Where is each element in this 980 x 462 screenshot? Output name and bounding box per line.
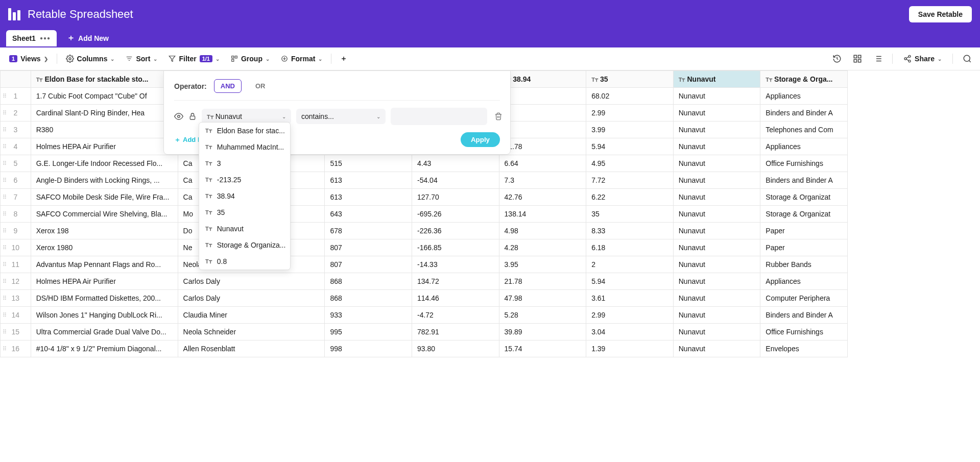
- table-row[interactable]: ⠿9Xerox 198Do678-226.364.988.33NunavutPa…: [1, 223, 848, 239]
- dropdown-option[interactable]: TᴛNunavut: [199, 221, 290, 237]
- cell[interactable]: Neola Schneider: [178, 324, 325, 341]
- cell[interactable]: G.E. Longer-Life Indoor Recessed Flo...: [31, 155, 178, 172]
- row-number[interactable]: ⠿7: [1, 189, 31, 206]
- add-column-button[interactable]: ＋: [336, 52, 351, 66]
- save-retable-button[interactable]: Save Retable: [909, 6, 972, 22]
- filter-value-input[interactable]: [391, 108, 487, 125]
- cell[interactable]: 7.3: [499, 172, 586, 189]
- table-row[interactable]: ⠿14Wilson Jones 1" Hanging DublLock Ri..…: [1, 307, 848, 324]
- cell[interactable]: [499, 105, 586, 121]
- cell[interactable]: 35: [586, 206, 674, 223]
- cell[interactable]: SAFCO Mobile Desk Side File, Wire Fra...: [31, 189, 178, 206]
- cell[interactable]: 4.28: [499, 239, 586, 256]
- apply-filter-button[interactable]: Apply: [461, 132, 500, 147]
- cell[interactable]: 807: [325, 256, 412, 273]
- drag-handle-icon[interactable]: ⠿: [3, 160, 6, 167]
- cell[interactable]: 5.28: [499, 307, 586, 324]
- cell[interactable]: 114.46: [412, 290, 499, 307]
- table-row[interactable]: ⠿13DS/HD IBM Formatted Diskettes, 200...…: [1, 290, 848, 307]
- dropdown-option[interactable]: Tᴛ3: [199, 155, 290, 172]
- filter-button[interactable]: Filter 1/1 ⌄: [164, 52, 224, 65]
- cell[interactable]: Nunavut: [673, 256, 760, 273]
- spreadsheet-grid[interactable]: TᴛEldon Base for stackable sto... Tᴛ38.9…: [0, 70, 980, 458]
- column-header[interactable]: Tᴛ35: [586, 71, 674, 88]
- cell[interactable]: -226.36: [412, 223, 499, 239]
- cell[interactable]: 21.78: [499, 138, 586, 155]
- column-header[interactable]: Tᴛ38.94: [499, 71, 586, 88]
- cell[interactable]: -14.33: [412, 256, 499, 273]
- visibility-icon[interactable]: [174, 112, 183, 121]
- cell[interactable]: 6.64: [499, 155, 586, 172]
- sort-button[interactable]: Sort ⌄: [122, 52, 161, 65]
- cell[interactable]: 643: [325, 206, 412, 223]
- cell[interactable]: Nunavut: [673, 223, 760, 239]
- row-number[interactable]: ⠿8: [1, 206, 31, 223]
- column-header[interactable]: TᴛEldon Base for stackable sto...: [31, 71, 178, 88]
- views-button[interactable]: 1 Views ❯: [5, 52, 52, 65]
- table-row[interactable]: ⠿15Ultra Commercial Grade Dual Valve Do.…: [1, 324, 848, 341]
- cell[interactable]: 93.80: [412, 341, 499, 357]
- cell[interactable]: 127.70: [412, 189, 499, 206]
- cell[interactable]: Nunavut: [673, 324, 760, 341]
- cell[interactable]: -54.04: [412, 172, 499, 189]
- cell[interactable]: Appliances: [760, 273, 848, 290]
- cell[interactable]: 3.99: [586, 121, 674, 138]
- cell[interactable]: #10-4 1/8" x 9 1/2" Premium Diagonal...: [31, 341, 178, 357]
- drag-handle-icon[interactable]: ⠿: [3, 143, 6, 150]
- drag-handle-icon[interactable]: ⠿: [3, 228, 6, 234]
- cell[interactable]: 3.04: [586, 324, 674, 341]
- cell[interactable]: Xerox 1980: [31, 239, 178, 256]
- row-number[interactable]: ⠿14: [1, 307, 31, 324]
- cell[interactable]: 782.91: [412, 324, 499, 341]
- drag-handle-icon[interactable]: ⠿: [3, 245, 6, 251]
- cell[interactable]: 613: [325, 172, 412, 189]
- cell[interactable]: Carlos Daly: [178, 290, 325, 307]
- cell[interactable]: Nunavut: [673, 138, 760, 155]
- cell[interactable]: -166.85: [412, 239, 499, 256]
- dropdown-option[interactable]: Tᴛ35: [199, 204, 290, 221]
- row-number[interactable]: ⠿13: [1, 290, 31, 307]
- delete-filter-icon[interactable]: [492, 110, 505, 123]
- cell[interactable]: DS/HD IBM Formatted Diskettes, 200...: [31, 290, 178, 307]
- list-view-icon[interactable]: [870, 51, 886, 66]
- cell[interactable]: Nunavut: [673, 206, 760, 223]
- cell[interactable]: Nunavut: [673, 155, 760, 172]
- cell[interactable]: 39.89: [499, 324, 586, 341]
- cell[interactable]: 2.99: [586, 307, 674, 324]
- share-button[interactable]: Share ⌄: [899, 52, 946, 65]
- cell[interactable]: 15.74: [499, 341, 586, 357]
- filter-condition-select[interactable]: contains... ⌄: [296, 109, 386, 124]
- cell[interactable]: 4.43: [412, 155, 499, 172]
- cell[interactable]: 1.7 Cubic Foot Compact "Cube" Of: [31, 88, 178, 105]
- sheet-tab-1[interactable]: Sheet1 ●●●: [6, 30, 57, 46]
- cell[interactable]: Nunavut: [673, 307, 760, 324]
- row-number[interactable]: ⠿1: [1, 88, 31, 105]
- operator-and-button[interactable]: AND: [214, 79, 242, 93]
- drag-handle-icon[interactable]: ⠿: [3, 93, 6, 100]
- cell[interactable]: Paper: [760, 223, 848, 239]
- row-number[interactable]: ⠿11: [1, 256, 31, 273]
- cell[interactable]: R380: [31, 121, 178, 138]
- cell[interactable]: Paper: [760, 239, 848, 256]
- drag-handle-icon[interactable]: ⠿: [3, 261, 6, 268]
- drag-handle-icon[interactable]: ⠿: [3, 278, 6, 285]
- drag-handle-icon[interactable]: ⠿: [3, 329, 6, 335]
- drag-handle-icon[interactable]: ⠿: [3, 211, 6, 217]
- cell[interactable]: Holmes HEPA Air Purifier: [31, 273, 178, 290]
- cell[interactable]: 5.94: [586, 138, 674, 155]
- drag-handle-icon[interactable]: ⠿: [3, 346, 6, 352]
- drag-handle-icon[interactable]: ⠿: [3, 110, 6, 116]
- row-number[interactable]: ⠿9: [1, 223, 31, 239]
- cell[interactable]: 3.61: [586, 290, 674, 307]
- cell[interactable]: Wilson Jones 1" Hanging DublLock Ri...: [31, 307, 178, 324]
- cell[interactable]: 47.98: [499, 290, 586, 307]
- cell[interactable]: 515: [325, 155, 412, 172]
- cell[interactable]: -695.26: [412, 206, 499, 223]
- cell[interactable]: 995: [325, 324, 412, 341]
- drag-handle-icon[interactable]: ⠿: [3, 127, 6, 133]
- cell[interactable]: 4.95: [586, 155, 674, 172]
- cell[interactable]: Appliances: [760, 88, 848, 105]
- cell[interactable]: 998: [325, 341, 412, 357]
- cell[interactable]: Nunavut: [673, 341, 760, 357]
- cell[interactable]: Appliances: [760, 138, 848, 155]
